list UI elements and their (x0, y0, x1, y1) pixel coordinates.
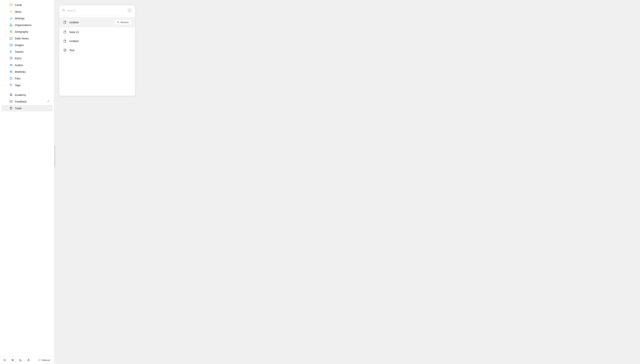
scrollbar-thumb[interactable] (54, 146, 55, 167)
note-title: Untitled (69, 21, 112, 24)
shortcuts-button[interactable] (10, 358, 15, 362)
trash-icon (9, 106, 13, 110)
document-icon (63, 48, 67, 52)
pdfs-icon (9, 56, 13, 60)
audios-icon (9, 63, 13, 67)
chevron-icon: › (4, 84, 7, 86)
sidebar-item-label: PDFs (15, 57, 50, 60)
edit-icon (63, 20, 67, 24)
sidebar-item-audios[interactable]: › Audios (2, 62, 52, 68)
main-area: Untitled Restore Note #1 (56, 0, 640, 364)
external-link-icon (47, 100, 50, 103)
sidebar-scrollbar-area (54, 0, 56, 364)
svg-point-43 (4, 360, 5, 360)
ideas-icon (9, 10, 13, 14)
search-input[interactable] (67, 9, 125, 12)
sidebar-item-label: Trash (15, 107, 50, 110)
search-icon (62, 9, 65, 12)
svg-rect-1 (10, 4, 12, 4)
sidebar-item-label: Writings (15, 17, 50, 20)
chevron-icon: › (4, 24, 7, 26)
svg-rect-40 (10, 108, 12, 110)
settings-button[interactable] (2, 358, 7, 362)
sidebar-item-pdfs[interactable]: › PDFs (2, 55, 52, 62)
svg-point-2 (10, 10, 12, 12)
organizations-icon (9, 23, 13, 27)
sidebar-item-organizations[interactable]: › Organizations (2, 22, 52, 28)
note-title: Note #1 (69, 30, 132, 34)
note-list: Untitled Restore Note #1 (59, 16, 135, 56)
chevron-icon: › (4, 77, 7, 80)
sidebar-item-label: Academy (15, 93, 50, 96)
sidebar-item-tags[interactable]: › Tags (2, 82, 52, 88)
search-bar (59, 6, 135, 16)
svg-rect-20 (11, 57, 12, 58)
sidebar-nav: › Cards › Ideas › (0, 0, 54, 356)
sidebar-item-feedback[interactable]: › Feedback (2, 98, 52, 105)
sidebar-item-tweets[interactable]: › Tweets (2, 48, 52, 55)
svg-point-52 (130, 10, 130, 10)
svg-point-48 (62, 9, 64, 11)
sidebar-bottom-bar: Believer (0, 356, 54, 364)
chevron-icon: › (4, 4, 7, 6)
academy-icon (9, 93, 13, 97)
profile-button[interactable] (26, 358, 31, 362)
note-item-untitled-1[interactable]: Untitled Restore (59, 17, 135, 28)
sidebar-item-files[interactable]: › Files (2, 75, 52, 82)
chevron-icon: › (4, 30, 7, 33)
sidebar-item-academy[interactable]: › Academy (2, 92, 52, 98)
sidebar-item-label: Weblinks (15, 70, 50, 73)
note-item-untitled-2[interactable]: Untitled (59, 36, 135, 46)
geography-icon (9, 30, 13, 34)
chevron-icon: › (4, 44, 7, 46)
svg-point-34 (10, 84, 11, 85)
trash-panel: Untitled Restore Note #1 (59, 6, 135, 96)
sidebar-item-ideas[interactable]: › Ideas (2, 8, 52, 15)
sidebar-item-label: Daily Notes (15, 37, 50, 40)
sidebar-item-daily-notes[interactable]: › Daily Notes (2, 35, 52, 42)
chevron-icon: › (4, 70, 7, 73)
sidebar-item-weblinks[interactable]: › Weblinks (2, 68, 52, 75)
edit-icon (63, 30, 67, 34)
sidebar-item-images[interactable]: › Images (2, 42, 52, 48)
sidebar-item-label: Organizations (15, 24, 50, 26)
feedback-icon (9, 100, 13, 104)
svg-rect-37 (10, 100, 12, 102)
believer-badge[interactable]: Believer (36, 358, 52, 362)
svg-point-45 (28, 359, 29, 360)
edit-icon (63, 39, 67, 43)
note-item-note1[interactable]: Note #1 (59, 28, 135, 36)
svg-rect-0 (10, 4, 12, 6)
chevron-icon: › (4, 50, 7, 53)
note-item-test[interactable]: Test (59, 46, 135, 54)
daily-notes-icon (9, 36, 13, 40)
svg-line-49 (64, 11, 65, 12)
svg-point-47 (39, 360, 40, 360)
tweets-icon (9, 50, 13, 54)
chevron-icon: › (4, 57, 7, 60)
chevron-icon: › (4, 64, 7, 66)
sidebar-item-trash[interactable]: › Trash (2, 105, 52, 112)
svg-point-18 (12, 44, 12, 45)
chevron-icon: › (4, 17, 7, 20)
writings-icon (9, 16, 13, 20)
sidebar-item-label: Images (15, 44, 50, 46)
sidebar-item-label: Geography (15, 30, 50, 33)
sidebar-item-label: Tweets (15, 50, 50, 53)
svg-rect-5 (10, 24, 12, 24)
info-button[interactable] (127, 8, 132, 13)
sidebar-item-writings[interactable]: › Writings (2, 15, 52, 22)
restore-button[interactable]: Restore (114, 20, 132, 25)
sidebar-item-cards[interactable]: › Cards (2, 2, 52, 8)
believer-label: Believer (42, 359, 50, 362)
files-icon (9, 76, 13, 80)
sidebar-divider (0, 88, 54, 91)
sidebar-item-label: Cards (15, 4, 50, 6)
chevron-icon: › (4, 10, 7, 13)
sidebar-item-label: Ideas (15, 10, 50, 13)
sidebar-item-label: Files (15, 77, 50, 80)
darkmode-button[interactable] (18, 358, 23, 362)
sidebar-item-geography[interactable]: › Geography (2, 28, 52, 35)
sidebar-item-label: Tags (15, 84, 50, 87)
restore-label: Restore (120, 21, 129, 24)
